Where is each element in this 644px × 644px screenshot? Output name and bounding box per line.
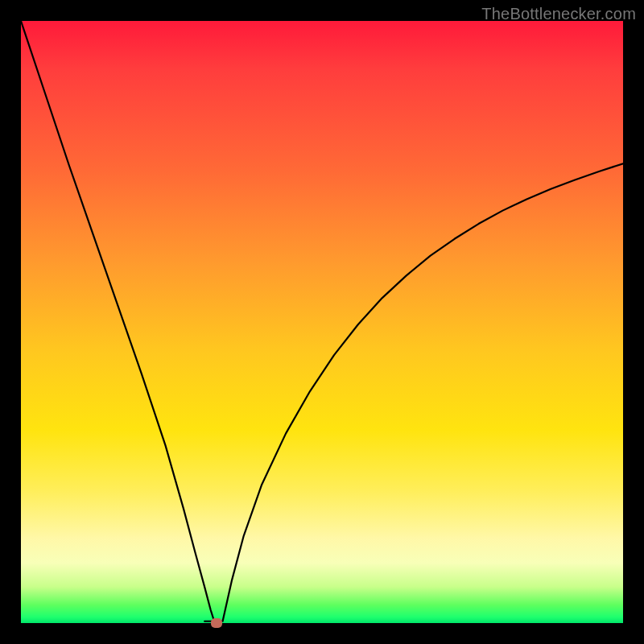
plot-area [21, 21, 623, 623]
bottleneck-curve [21, 21, 623, 623]
watermark-text: TheBottlenecker.com [481, 5, 636, 23]
chart-frame: TheBottlenecker.com [0, 0, 644, 644]
selected-point-marker [211, 618, 222, 628]
curve-path [21, 21, 623, 621]
